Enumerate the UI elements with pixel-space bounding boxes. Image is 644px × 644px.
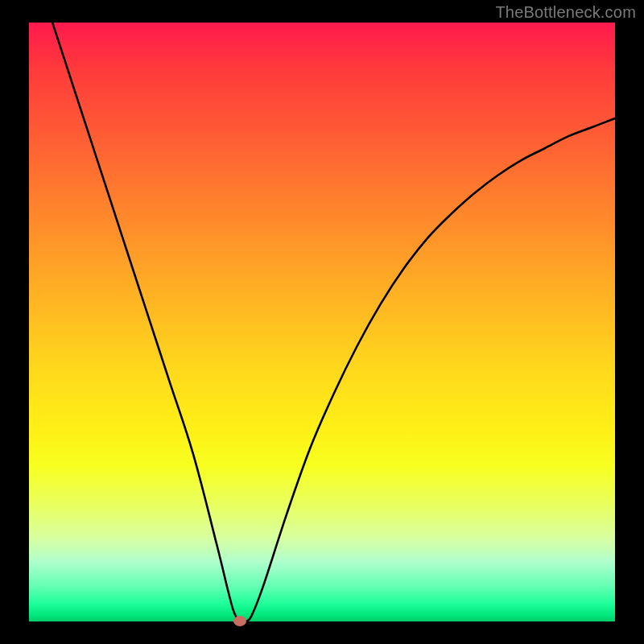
bottleneck-curve [29,23,615,621]
plot-area [29,23,615,621]
watermark-text: TheBottleneck.com [495,3,636,22]
optimum-marker [233,616,246,626]
chart-frame: TheBottleneck.com [0,0,644,644]
